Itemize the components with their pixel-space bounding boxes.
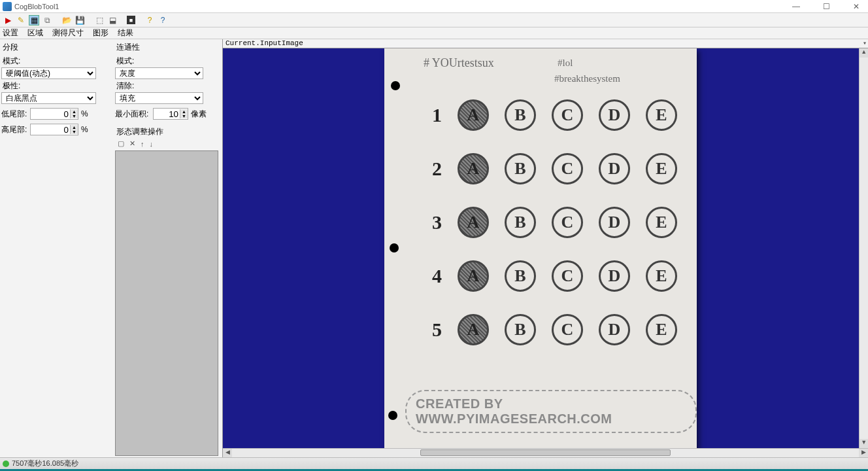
answer-bubble: C — [552, 153, 583, 184]
minarea-up[interactable]: ▲ — [180, 109, 188, 114]
morph-down-icon[interactable]: ↓ — [150, 140, 154, 148]
tab-measure[interactable]: 测得尺寸 — [52, 27, 84, 39]
answer-bubble: D — [599, 314, 630, 345]
scroll-left-icon[interactable]: ◀ — [223, 449, 232, 457]
answer-bubble: B — [505, 207, 536, 238]
app-icon — [3, 2, 12, 11]
vertical-scrollbar[interactable]: ▲ ▼ — [859, 48, 868, 448]
answer-bubble: C — [552, 314, 583, 345]
titlebar: CogBlobTool1 — ☐ ✕ — [0, 0, 868, 13]
morph-op-list[interactable] — [115, 150, 218, 456]
hightail-spin[interactable]: ▲▼ — [30, 124, 78, 135]
tab-region[interactable]: 区域 — [27, 27, 43, 39]
answer-bubble: B — [505, 314, 536, 345]
lowtail-input[interactable] — [31, 109, 70, 119]
help-icon[interactable]: ? — [144, 15, 155, 26]
conn-mode-select[interactable]: 灰度 — [115, 67, 203, 79]
registration-dot-bot — [388, 411, 397, 420]
window-title: CogBlobTool1 — [14, 3, 787, 10]
copy-icon[interactable]: ⧉ — [42, 15, 52, 26]
image-out-icon[interactable]: ⬓ — [107, 15, 118, 26]
question-number: 4 — [429, 265, 442, 287]
clean-label: 清除: — [116, 80, 218, 92]
scroll-down-icon[interactable]: ▼ — [860, 439, 868, 448]
connectivity-header: 连通性 — [116, 42, 218, 53]
stop-icon[interactable]: ■ — [127, 16, 135, 24]
lowtail-spin[interactable]: ▲▼ — [30, 108, 78, 120]
toolbar: ▶ ✎ ▦ ⧉ 📂 💾 ⬚ ⬓ ■ ? ? — [0, 13, 868, 27]
tab-results[interactable]: 结果 — [118, 27, 133, 39]
question-row: 5ABCDE — [429, 314, 677, 345]
scroll-thumb[interactable] — [420, 449, 671, 456]
image-caption-text: Current.InputImage — [225, 39, 303, 47]
minimize-button[interactable]: — — [787, 2, 805, 11]
question-number: 5 — [429, 319, 442, 341]
answer-bubble: C — [552, 260, 583, 292]
morph-add-icon[interactable]: ▢ — [118, 139, 124, 148]
image-caption: Current.InputImage ▾ — [223, 39, 868, 48]
help2-icon[interactable]: ? — [158, 15, 168, 26]
answer-bubble: E — [646, 99, 677, 131]
scroll-up-icon[interactable]: ▲ — [860, 48, 868, 58]
minarea-input[interactable] — [154, 109, 180, 119]
lowtail-down[interactable]: ▼ — [70, 114, 78, 118]
answer-bubble: A — [458, 99, 489, 131]
answer-bubble: A — [458, 153, 489, 184]
handwriting-2: #lol — [558, 58, 573, 69]
minarea-unit: 像素 — [191, 109, 207, 120]
edit-icon[interactable]: ✎ — [16, 15, 26, 26]
hightail-unit: % — [81, 125, 88, 134]
settings-panel: 分段 模式: 硬阈值(动态) 极性: 白底黑点 低尾部: ▲▼ % 高尾部: ▲… — [0, 39, 222, 457]
save-icon[interactable]: 💾 — [75, 15, 85, 26]
lowtail-up[interactable]: ▲ — [70, 109, 78, 114]
tab-graphics[interactable]: 图形 — [93, 27, 108, 39]
hightail-up[interactable]: ▲ — [70, 125, 78, 130]
maximize-button[interactable]: ☐ — [817, 2, 835, 11]
grid-icon[interactable]: ▦ — [29, 15, 39, 26]
segment-header: 分段 — [3, 42, 112, 53]
watermark: CREATED BY WWW.PYIMAGESEARCH.COM — [405, 390, 697, 433]
image-select-dropdown-icon[interactable]: ▾ — [863, 39, 867, 47]
close-button[interactable]: ✕ — [847, 2, 865, 11]
answer-bubble: E — [646, 153, 677, 184]
mode-label: 模式: — [3, 56, 112, 67]
answer-bubble: B — [505, 99, 536, 131]
morph-delete-icon[interactable]: ✕ — [129, 139, 135, 148]
answer-bubble: B — [505, 153, 536, 184]
hightail-down[interactable]: ▼ — [70, 130, 78, 134]
question-number: 3 — [429, 211, 442, 234]
polarity-select[interactable]: 白底黑点 — [1, 92, 96, 104]
status-text: 7507毫秒16.085毫秒 — [12, 459, 78, 468]
answer-bubble: A — [458, 207, 489, 238]
answer-bubble: E — [646, 314, 677, 345]
status-dot-icon — [3, 461, 9, 467]
tab-bar: 设置 区域 测得尺寸 图形 结果 — [0, 27, 868, 39]
horizontal-scrollbar[interactable]: ◀ ▶ — [223, 448, 868, 457]
lowtail-label: 低尾部: — [1, 109, 29, 120]
answer-bubble: A — [458, 260, 489, 292]
question-row: 4ABCDE — [429, 260, 677, 292]
run-icon[interactable]: ▶ — [3, 15, 13, 26]
question-row: 1ABCDE — [429, 99, 677, 131]
question-row: 2ABCDE — [429, 153, 677, 184]
lowtail-unit: % — [81, 109, 88, 118]
morph-up-icon[interactable]: ↑ — [141, 140, 144, 148]
open-icon[interactable]: 📂 — [61, 15, 72, 26]
hightail-input[interactable] — [31, 124, 70, 135]
mode-select[interactable]: 硬阈值(动态) — [1, 67, 96, 79]
minarea-label: 最小面积: — [115, 109, 152, 120]
statusbar: 7507毫秒16.085毫秒 — [0, 457, 868, 469]
clean-select[interactable]: 填充 — [115, 92, 203, 104]
morph-label: 形态调整操作 — [116, 126, 218, 137]
image-canvas[interactable]: # YOUrtestsux #lol #breakthesystem CREAT… — [223, 48, 859, 448]
minarea-spin[interactable]: ▲▼ — [153, 108, 188, 120]
scroll-right-icon[interactable]: ▶ — [859, 449, 868, 457]
tab-settings[interactable]: 设置 — [3, 27, 18, 39]
answer-bubble: D — [599, 99, 630, 131]
answer-bubble: E — [646, 260, 677, 292]
answer-bubble: E — [646, 207, 677, 238]
answer-bubble: A — [458, 314, 489, 345]
image-in-icon[interactable]: ⬚ — [94, 15, 105, 26]
minarea-down[interactable]: ▼ — [180, 114, 188, 118]
handwriting-1: # YOUrtestsux — [424, 56, 494, 70]
